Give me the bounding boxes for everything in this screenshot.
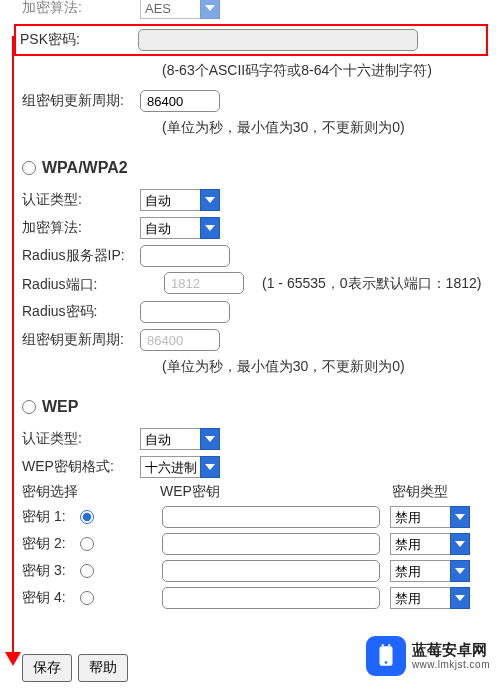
mode-wpa-radio[interactable] — [22, 161, 36, 175]
encryption-algo-label: 加密算法: — [22, 0, 140, 17]
radius-port-input[interactable] — [164, 272, 244, 294]
radius-pw-input[interactable] — [140, 301, 230, 323]
watermark: 蓝莓安卓网 www.lmkjst.com — [366, 636, 490, 676]
wep-header-key: WEP密钥 — [102, 483, 392, 501]
wep-auth-select[interactable]: 自动 — [140, 428, 220, 450]
wpa-auth-label: 认证类型: — [22, 191, 140, 209]
radius-ip-label: Radius服务器IP: — [22, 247, 140, 265]
wep-key-row: 密钥 3:禁用 — [22, 560, 482, 582]
wep-key-label: 密钥 2: — [22, 535, 80, 553]
wep-key-radio[interactable] — [80, 510, 94, 524]
wep-format-select[interactable]: 十六进制 — [140, 456, 220, 478]
wep-key-input[interactable] — [162, 560, 380, 582]
annotation-arrow-head — [5, 652, 21, 666]
wpa-rekey-hint: (单位为秒，最小值为30，不更新则为0) — [162, 356, 482, 377]
help-button[interactable]: 帮助 — [78, 654, 128, 682]
watermark-title: 蓝莓安卓网 — [412, 641, 490, 659]
svg-point-2 — [382, 644, 384, 646]
wep-key-label: 密钥 4: — [22, 589, 80, 607]
wep-key-row: 密钥 1:禁用 — [22, 506, 482, 528]
wep-key-row: 密钥 4:禁用 — [22, 587, 482, 609]
wep-section-title: WEP — [42, 398, 78, 416]
psk-hint: (8-63个ASCII码字符或8-64个十六进制字符) — [162, 60, 482, 81]
wpa-auth-select[interactable]: 自动 — [140, 189, 220, 211]
group-rekey-input[interactable] — [140, 90, 220, 112]
radius-ip-input[interactable] — [140, 245, 230, 267]
wep-key-radio[interactable] — [80, 591, 94, 605]
wep-key-row: 密钥 2:禁用 — [22, 533, 482, 555]
group-rekey-label: 组密钥更新周期: — [22, 92, 140, 110]
wep-key-type-select[interactable]: 禁用 — [390, 587, 470, 609]
radius-pw-label: Radius密码: — [22, 303, 140, 321]
wpa-rekey-input[interactable] — [140, 329, 220, 351]
wep-key-label: 密钥 3: — [22, 562, 80, 580]
wep-key-type-select[interactable]: 禁用 — [390, 560, 470, 582]
svg-point-3 — [388, 644, 390, 646]
wep-format-label: WEP密钥格式: — [22, 458, 140, 476]
radius-port-label: Radius端口: — [22, 272, 140, 294]
wep-key-radio[interactable] — [80, 537, 94, 551]
wpa-section-title: WPA/WPA2 — [42, 159, 128, 177]
wpa-rekey-label: 组密钥更新周期: — [22, 331, 140, 349]
wep-key-input[interactable] — [162, 506, 380, 528]
wpa-algo-label: 加密算法: — [22, 219, 140, 237]
psk-password-input[interactable] — [138, 29, 418, 51]
watermark-logo-icon — [366, 636, 406, 676]
save-button[interactable]: 保存 — [22, 654, 72, 682]
watermark-url: www.lmkjst.com — [412, 659, 490, 671]
psk-highlight-box: PSK密码: — [14, 24, 488, 56]
wep-header-type: 密钥类型 — [392, 483, 482, 501]
wep-key-label: 密钥 1: — [22, 508, 80, 526]
wep-auth-label: 认证类型: — [22, 430, 140, 448]
wep-key-type-select[interactable]: 禁用 — [390, 533, 470, 555]
annotation-arrow-line — [12, 36, 14, 656]
radius-port-hint: (1 - 65535，0表示默认端口：1812) — [262, 273, 481, 294]
wep-key-type-select[interactable]: 禁用 — [390, 506, 470, 528]
wep-header-select: 密钥选择 — [22, 483, 102, 501]
wep-key-input[interactable] — [162, 533, 380, 555]
mode-wep-radio[interactable] — [22, 400, 36, 414]
psk-password-label: PSK密码: — [20, 31, 138, 49]
wpa-algo-select[interactable]: 自动 — [140, 217, 220, 239]
wep-key-input[interactable] — [162, 587, 380, 609]
wep-key-radio[interactable] — [80, 564, 94, 578]
group-rekey-hint: (单位为秒，最小值为30，不更新则为0) — [162, 117, 482, 138]
svg-point-1 — [385, 661, 388, 664]
encryption-algo-select[interactable]: AES — [140, 0, 220, 19]
